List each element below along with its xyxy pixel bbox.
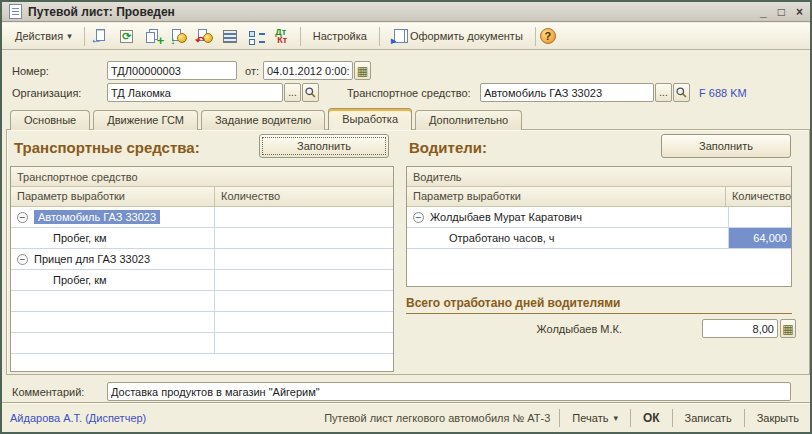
settings-button[interactable]: Настройка — [305, 26, 375, 46]
post-document-icon: ↓ — [170, 28, 188, 45]
post-document-button[interactable]: ↓ — [167, 25, 192, 47]
table-row[interactable]: −Прицеп для ГАЗ 33023 — [11, 249, 393, 270]
param-label: Пробег, км — [53, 274, 107, 286]
param-label: Пробег, км — [53, 232, 107, 244]
vehicles-fill-button[interactable]: Заполнить — [259, 134, 389, 158]
ellipsis-icon: ... — [288, 87, 296, 98]
calculator-icon: ▦ — [782, 323, 793, 335]
qty-cell: 64,000 — [729, 228, 791, 248]
drivers-table-body: −Жолдыбаев Мурат КаратовичОтработано час… — [407, 207, 791, 249]
table-row[interactable]: Отработано часов, ч64,000 — [407, 228, 791, 249]
number-input[interactable] — [107, 61, 237, 80]
group-label: Прицеп для ГАЗ 33023 — [34, 253, 150, 265]
maximize-button[interactable]: □ — [778, 5, 785, 19]
comment-label: Комментарий: — [12, 386, 84, 398]
toolbar-separator — [300, 27, 301, 46]
print-button-label: Печать — [572, 412, 608, 424]
table-row[interactable] — [11, 291, 393, 312]
vehicle-label: Транспортное средство: — [347, 87, 471, 99]
drivers-section-title: Водители: — [409, 139, 487, 156]
ok-button[interactable]: ОК — [640, 409, 663, 427]
tab-2[interactable]: Движение ГСМ — [93, 110, 198, 130]
document-type-text: Путевой лист легкового автомобиля № АТ-3 — [324, 412, 550, 424]
qty-cell — [215, 228, 393, 248]
number-label: Номер: — [12, 65, 49, 77]
window-title: Путевой лист: Проведен — [28, 5, 175, 19]
create-documents-label: Оформить документы — [410, 30, 523, 42]
statusbar-separator — [559, 409, 560, 427]
comment-input[interactable] — [107, 382, 791, 401]
statusbar-separator — [630, 409, 631, 427]
list-rows-button[interactable] — [219, 25, 244, 47]
drivers-fill-button[interactable]: Заполнить — [661, 134, 791, 158]
vehicle-ellipsis-button[interactable]: ... — [655, 83, 672, 102]
tab-1[interactable]: Основные — [10, 110, 90, 130]
calculator-button[interactable]: ▦ — [780, 319, 796, 338]
actions-button[interactable]: Действия ▾ — [7, 26, 80, 46]
toolbar: Действия ▾ ←⟳+↓↶ДтКт Настройка Оформить … — [2, 23, 810, 50]
dtkt-entries-button[interactable]: ДтКт — [271, 25, 296, 47]
tab-4[interactable]: Выработка — [328, 108, 412, 130]
vehicles-section-title: Транспортные средства: — [14, 139, 200, 156]
tab-strip: ОсновныеДвижение ГСМЗадание водителюВыра… — [10, 108, 522, 130]
param-column-header: Параметр выработки — [407, 187, 726, 206]
tree-collapse-icon[interactable]: − — [413, 212, 424, 223]
drivers-table[interactable]: Водитель Параметр выработки Количество −… — [406, 166, 792, 287]
refresh-icon: ⟳ — [118, 28, 136, 45]
group-label: Жолдыбаев Мурат Каратович — [430, 211, 582, 223]
vehicles-table[interactable]: Транспортное средство Параметр выработки… — [10, 166, 394, 372]
vehicles-table-group-header: Транспортное средство — [11, 167, 393, 187]
magnifier-icon — [675, 86, 688, 99]
help-icon[interactable]: ? — [540, 28, 556, 44]
dtkt-entries-icon: ДтКт — [274, 28, 292, 45]
tab-3[interactable]: Задание водителю — [201, 110, 325, 130]
tree-collapse-icon[interactable]: − — [17, 254, 28, 265]
minimize-button[interactable]: _ — [760, 5, 767, 19]
title-bar: Путевой лист: Проведен _ □ × — [2, 2, 810, 22]
table-row[interactable] — [11, 312, 393, 333]
organization-search-button[interactable] — [302, 83, 319, 102]
settings-button-label: Настройка — [313, 30, 367, 42]
totals-driver-label: Жолдыбаев М.К. — [472, 323, 622, 335]
organization-input[interactable] — [107, 83, 283, 102]
totals-header: Всего отработано дней водителями — [406, 296, 792, 314]
table-row[interactable]: Пробег, км — [11, 228, 393, 249]
organization-label: Организация: — [12, 87, 81, 99]
create-documents-icon — [392, 29, 406, 44]
vehicle-search-button[interactable] — [673, 83, 690, 102]
copy-add-button[interactable]: + — [141, 25, 166, 47]
close-form-button[interactable]: Закрыть — [754, 410, 802, 426]
actions-button-label: Действия — [15, 30, 63, 42]
save-button[interactable]: ← — [89, 25, 114, 47]
magnifier-icon — [304, 86, 317, 99]
list-rows-icon — [222, 28, 240, 45]
checklist-icon — [248, 28, 266, 45]
calendar-icon: ▦ — [357, 65, 368, 77]
user-status-text: Айдарова А.Т. (Диспетчер) — [10, 412, 146, 424]
date-input[interactable] — [263, 61, 353, 80]
table-row[interactable]: −Жолдыбаев Мурат Каратович — [407, 207, 791, 228]
table-row[interactable] — [11, 333, 393, 354]
save-record-button[interactable]: Записать — [682, 410, 735, 426]
group-label: Автомобиль ГАЗ 33023 — [34, 210, 160, 224]
toolbar-separator — [379, 27, 380, 46]
calendar-button[interactable]: ▦ — [354, 61, 371, 80]
create-documents-button[interactable]: Оформить документы — [384, 25, 531, 48]
table-row[interactable]: −Автомобиль ГАЗ 33023 — [11, 207, 393, 228]
copy-add-icon: + — [144, 28, 162, 45]
print-button[interactable]: Печать ▾ — [569, 410, 621, 426]
totals-days-input[interactable] — [702, 319, 778, 338]
organization-ellipsis-button[interactable]: ... — [284, 83, 301, 102]
vehicle-input[interactable] — [480, 83, 654, 102]
tab-5[interactable]: Дополнительно — [415, 110, 522, 130]
close-button[interactable]: × — [796, 5, 803, 19]
toolbar-separator — [535, 27, 536, 46]
qty-cell — [215, 270, 393, 290]
refresh-button[interactable]: ⟳ — [115, 25, 140, 47]
statusbar-separator — [672, 409, 673, 427]
date-label: от: — [245, 65, 259, 77]
tree-collapse-icon[interactable]: − — [17, 212, 28, 223]
unpost-document-button[interactable]: ↶ — [193, 25, 218, 47]
checklist-button[interactable] — [245, 25, 270, 47]
table-row[interactable]: Пробег, км — [11, 270, 393, 291]
